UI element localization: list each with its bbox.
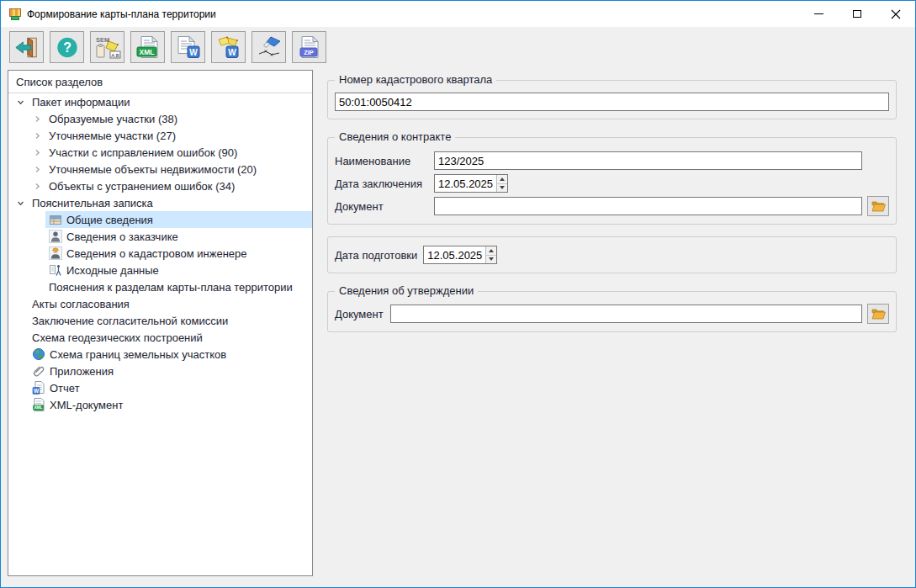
preparation-date-label: Дата подготовки [335,249,417,262]
contract-group: Сведения о контракте Наименование Дата з… [327,137,897,225]
approval-document-label: Документ [335,308,384,320]
svg-text:XML: XML [34,405,42,410]
contract-name-label: Наименование [335,155,434,167]
tree-item-boundaries-scheme[interactable]: Схема границ земельных участков [8,346,312,363]
word-doc-icon: W [176,35,201,59]
cadastral-quarter-title: Номер кадастрового квартала [335,73,496,86]
spin-down-button[interactable] [497,184,507,193]
erase-drawing-icon [257,35,282,59]
approval-group: Сведения об утверждении Документ [327,291,897,332]
survey-data-icon [49,263,62,277]
tree-item-report[interactable]: W Отчет [8,379,312,396]
globe-icon [32,347,45,361]
erase-drawing-button[interactable] [252,31,286,63]
app-icon [8,8,22,21]
maximize-button[interactable] [838,1,876,27]
folder-icon [871,308,886,320]
tree-item-attachments[interactable]: Приложения [8,363,312,379]
tree-item-source-data[interactable]: Исходные данные [8,262,312,278]
svg-text:ZIP: ZIP [304,49,314,56]
preparation-date-group: Дата подготовки 12.05.2025 [327,236,897,273]
help-icon: ? [56,36,79,59]
sem-export-icon: SEM A,B [94,35,121,59]
cadastral-quarter-input[interactable] [335,93,889,111]
svg-text:W: W [34,388,40,394]
tree-item-commission-conclusion[interactable]: Заключение согласительной комиссии [8,312,312,329]
tree-item-geodetic-scheme[interactable]: Схема геодезических построений [8,329,312,346]
xml-export-button[interactable]: XML [130,31,165,63]
word-small-icon: W [32,381,45,395]
tree-item-xml-document[interactable]: XML XML-документ [8,396,312,413]
close-icon [891,9,901,19]
contract-group-title: Сведения о контракте [335,130,455,143]
preparation-date-input[interactable]: 12.05.2025 [423,246,497,264]
tree-item-formed-parcels[interactable]: Образуемые участки (38) [8,110,312,127]
cadastral-quarter-group: Номер кадастрового квартала [327,80,897,119]
customer-icon [49,230,62,243]
approval-document-input[interactable] [390,305,862,323]
word-export-button[interactable]: W [171,31,205,63]
svg-text:XML: XML [139,48,154,56]
word-map-export-button[interactable]: W [211,31,246,63]
folder-icon [871,200,886,212]
contract-name-input[interactable] [434,151,862,170]
engineer-icon [49,246,62,260]
tree-item-clarified-objects[interactable]: Уточняемые объекты недвижимости (20) [8,161,312,177]
window-title: Формирование карты-плана территории [27,8,216,20]
spin-up-button[interactable] [486,246,496,256]
details-form: Номер кадастрового квартала Сведения о к… [327,68,897,332]
general-info-icon [49,213,62,226]
tree-item-error-removal-objects[interactable]: Объекты с устранением ошибок (34) [8,177,312,194]
contract-document-browse-button[interactable] [867,196,889,216]
svg-text:?: ? [63,40,71,54]
tree-item-clarified-parcels[interactable]: Уточняемые участки (27) [8,127,312,144]
paperclip-icon [32,364,45,378]
toolbar: ? SEM A,B XML [1,27,915,68]
exit-door-icon [14,36,40,59]
svg-text:SEM: SEM [96,36,109,44]
spin-up-button[interactable] [497,175,507,184]
zip-export-button[interactable]: ZIP [292,31,326,63]
contract-date-input[interactable]: 12.05.2025 [434,174,508,193]
app-window: Формирование карты-плана территории ? [0,0,916,588]
tree-item-package-info[interactable]: Пакет информации [8,93,312,110]
svg-text:W: W [228,48,236,57]
tree-header: Список разделов [8,71,312,93]
zip-doc-icon: ZIP [297,35,322,59]
tree-item-explanatory-note[interactable]: Пояснительная записка [8,194,312,211]
close-button[interactable] [876,1,915,27]
contract-date-label: Дата заключения [335,177,434,190]
sem-export-button[interactable]: SEM A,B [90,31,124,63]
contract-document-label: Документ [335,200,434,213]
tree-item-approval-acts[interactable]: Акты согласования [8,295,312,312]
tree-item-general-info[interactable]: Общие сведения [8,211,312,228]
sections-panel: Список разделов Пакет информации Образуе… [8,70,313,576]
tree-item-error-fix-parcels[interactable]: Участки с исправлением ошибок (90) [8,144,312,161]
help-button[interactable]: ? [50,31,84,63]
tree-item-section-explanations[interactable]: Пояснения к разделам карты-плана террито… [8,278,312,295]
xml-doc-icon: XML [135,35,161,59]
word-map-icon: W [216,35,241,59]
approval-document-browse-button[interactable] [867,304,889,324]
approval-group-title: Сведения об утверждении [335,284,478,297]
contract-document-input[interactable] [434,197,862,215]
spin-down-button[interactable] [486,256,496,264]
tree-item-customer-info[interactable]: Сведения о заказчике [8,228,312,245]
svg-text:W: W [189,48,198,57]
xml-small-icon: XML [32,398,45,411]
exit-button[interactable] [9,31,44,63]
svg-text:A,B: A,B [111,53,119,58]
title-bar: Формирование карты-плана территории [1,1,915,27]
tree-item-engineer-info[interactable]: Сведения о кадастровом инженере [8,245,312,262]
minimize-button[interactable] [799,1,838,27]
